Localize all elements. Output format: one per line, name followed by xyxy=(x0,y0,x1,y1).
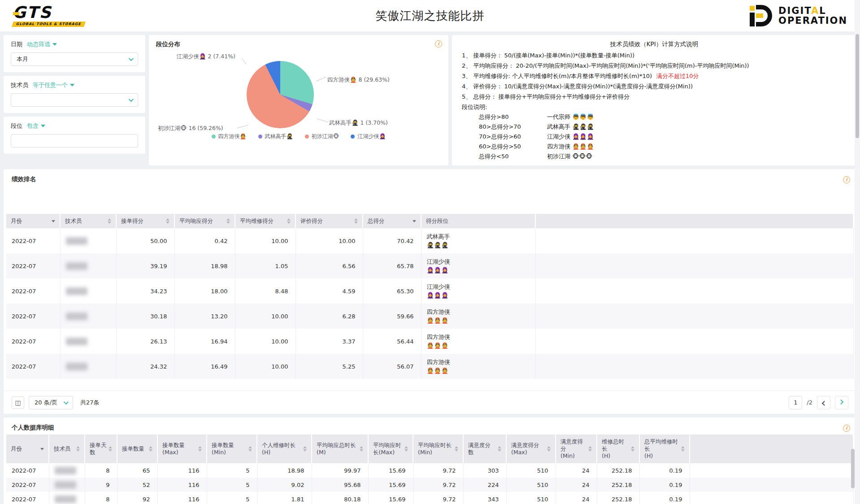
score-cell: 10.00 xyxy=(235,354,295,379)
info-icon[interactable]: i xyxy=(435,40,442,48)
value-cell: 5 xyxy=(207,463,257,478)
legend-item[interactable]: 武林高手🥷 xyxy=(258,133,293,140)
score-cell: 56.07 xyxy=(363,354,421,379)
column-header-总得分[interactable]: 总得分 xyxy=(363,214,421,228)
rank-filter-input[interactable] xyxy=(11,134,138,148)
sort-icon[interactable] xyxy=(404,446,408,452)
legend-item[interactable]: 江湖少侠🧕 xyxy=(351,133,386,140)
filler-cell xyxy=(535,329,853,354)
page-scrollbar[interactable] xyxy=(855,0,860,504)
sort-icon[interactable] xyxy=(108,218,111,224)
sort-desc-icon[interactable] xyxy=(52,220,55,222)
pie-card-title: 段位分布 xyxy=(156,40,441,48)
score-cell: 65.78 xyxy=(363,253,421,278)
ranking-table: 月份技术员接单得分平均响应得分平均维修得分评价得分总得分得分段位 2022-07… xyxy=(6,214,854,379)
column-header-月份[interactable]: 月份 xyxy=(6,214,60,228)
score-cell: 18.00 xyxy=(174,278,235,304)
table-row[interactable]: 2022-0789211651.8180.1815.699.7234351024… xyxy=(6,492,853,504)
column-header-满意度分数[interactable]: 满意度分数 xyxy=(463,434,506,463)
table-row[interactable]: 2022-0724.3216.4910.005.2556.07四方游侠👲👲👲 xyxy=(6,354,853,379)
date-filter-operator[interactable]: 动态筛选 xyxy=(27,40,57,48)
sort-desc-icon[interactable] xyxy=(40,448,44,450)
column-header-接单天数[interactable]: 接单天数 xyxy=(85,434,117,463)
blurred-name xyxy=(66,237,87,245)
sort-icon[interactable] xyxy=(226,218,230,224)
filler-cell xyxy=(690,492,853,504)
score-cell: 4.59 xyxy=(295,278,363,304)
sort-icon[interactable] xyxy=(149,446,152,452)
sort-icon[interactable] xyxy=(166,218,169,224)
rank-filter-operator[interactable]: 包含 xyxy=(27,122,45,130)
sort-icon[interactable] xyxy=(681,446,685,452)
column-header-平均响应时长[interactable]: 平均响应时长(Min) xyxy=(413,434,463,463)
column-header-平均响应总时长[interactable]: 平均响应总时长(M) xyxy=(312,434,368,463)
column-header-技术员[interactable]: 技术员 xyxy=(49,434,85,463)
value-cell: 252.18 xyxy=(597,492,639,504)
column-header-满意度得分[interactable]: 满意度得分(Min) xyxy=(556,434,597,463)
columns-icon: ◫ xyxy=(15,399,21,406)
column-header-评价得分[interactable]: 评价得分 xyxy=(295,214,363,228)
filler-cell xyxy=(535,253,853,278)
technician-cell-blurred xyxy=(60,253,116,278)
sort-icon[interactable] xyxy=(76,446,80,452)
sort-icon[interactable] xyxy=(455,446,458,452)
prev-page-button[interactable] xyxy=(817,396,830,409)
rank-distribution-pie[interactable] xyxy=(247,61,314,128)
value-cell: 116 xyxy=(157,478,207,492)
info-icon[interactable]: i xyxy=(843,176,850,183)
sort-desc-icon[interactable] xyxy=(413,220,416,222)
table-row[interactable]: 2022-0734.2318.008.484.5965.30江湖少侠🧕🧕🧕 xyxy=(6,278,853,304)
sort-icon[interactable] xyxy=(354,218,358,224)
column-header-维修总时长[interactable]: 维修总时长(H) xyxy=(597,434,639,463)
sort-icon[interactable] xyxy=(588,446,592,452)
pie-label-wulin-gaoshou: 武林高手🥷 1 (3.70%) xyxy=(329,119,388,127)
column-header-接单数量[interactable]: 接单数量 xyxy=(117,434,157,463)
column-header-月份[interactable]: 月份 xyxy=(6,434,49,463)
value-cell: 303 xyxy=(463,463,506,478)
date-filter-select[interactable]: 本月 xyxy=(11,52,138,66)
legend-item[interactable]: 初涉江湖🐵 xyxy=(305,133,339,140)
column-header-满意度得分[interactable]: 满意度得分(Max) xyxy=(506,434,556,463)
next-page-button[interactable] xyxy=(835,396,848,409)
technician-filter-operator[interactable]: 等于任意一个 xyxy=(33,81,74,89)
table-row[interactable]: 2022-0739.1918.981.056.5665.78江湖少侠🧕🧕🧕 xyxy=(6,253,853,278)
sort-icon[interactable] xyxy=(631,446,634,452)
sort-icon[interactable] xyxy=(360,446,363,452)
value-cell: 99.97 xyxy=(312,463,368,478)
pagination-bar: ◫ 20 条/页 共27条 1 /2 xyxy=(4,391,856,414)
sort-icon[interactable] xyxy=(498,446,501,452)
sort-icon[interactable] xyxy=(303,446,307,452)
sort-icon[interactable] xyxy=(248,446,252,452)
sort-icon[interactable] xyxy=(547,446,551,452)
column-header-平均响应时[interactable]: 平均响应时长(Max) xyxy=(368,434,413,463)
table-row[interactable]: 2022-0750.000.4210.0010.0070.42武林高手🥷🥷🥷 xyxy=(6,228,853,253)
legend-item[interactable]: 四方游侠👲 xyxy=(212,133,247,140)
sort-icon[interactable] xyxy=(198,446,202,452)
column-header-技术员[interactable]: 技术员 xyxy=(60,214,116,228)
score-cell: 16.49 xyxy=(174,354,235,379)
table-row[interactable]: 2022-07865116518.9899.9715.699.723035102… xyxy=(6,463,853,478)
legend-dot-icon xyxy=(305,135,309,139)
sort-icon[interactable] xyxy=(109,446,112,452)
column-header-平均维修得分[interactable]: 平均维修得分 xyxy=(235,214,295,228)
column-header-平均响应得分[interactable]: 平均响应得分 xyxy=(174,214,235,228)
technician-filter-select[interactable] xyxy=(11,93,138,107)
page-size-select[interactable]: 20 条/页 xyxy=(29,396,73,409)
table-row[interactable]: 2022-0795211659.0295.6815.699.7222451024… xyxy=(6,478,853,492)
sort-icon[interactable] xyxy=(287,218,291,224)
legend-label: 江湖少侠🧕 xyxy=(357,133,386,140)
column-header-接单数量(Min)[interactable]: 接单数量(Min) xyxy=(207,434,257,463)
column-settings-button[interactable]: ◫ xyxy=(12,396,24,409)
value-cell: 0.19 xyxy=(639,463,690,478)
table-row[interactable]: 2022-0726.1316.9410.003.3756.44四方游侠👲👲👲 xyxy=(6,329,853,354)
column-header-总平均维修时长[interactable]: 总平均维修时长(H) xyxy=(639,434,690,463)
current-page-box[interactable]: 1 xyxy=(789,396,802,409)
rank-rule-row: 70>总得分>60江湖少侠 🧕🧕🧕 xyxy=(479,132,847,141)
info-icon[interactable]: i xyxy=(843,425,850,432)
column-header-个人维修时长(H)[interactable]: 个人维修时长(H) xyxy=(257,434,312,463)
detail-table-scrollbar[interactable] xyxy=(851,449,855,504)
table-row[interactable]: 2022-0730.1813.2010.006.2859.66四方游侠👲👲👲 xyxy=(6,304,853,329)
column-header-接单数量[interactable]: 接单数量(Max) xyxy=(157,434,207,463)
column-header-接单得分[interactable]: 接单得分 xyxy=(116,214,174,228)
score-cell: 56.44 xyxy=(363,329,421,354)
